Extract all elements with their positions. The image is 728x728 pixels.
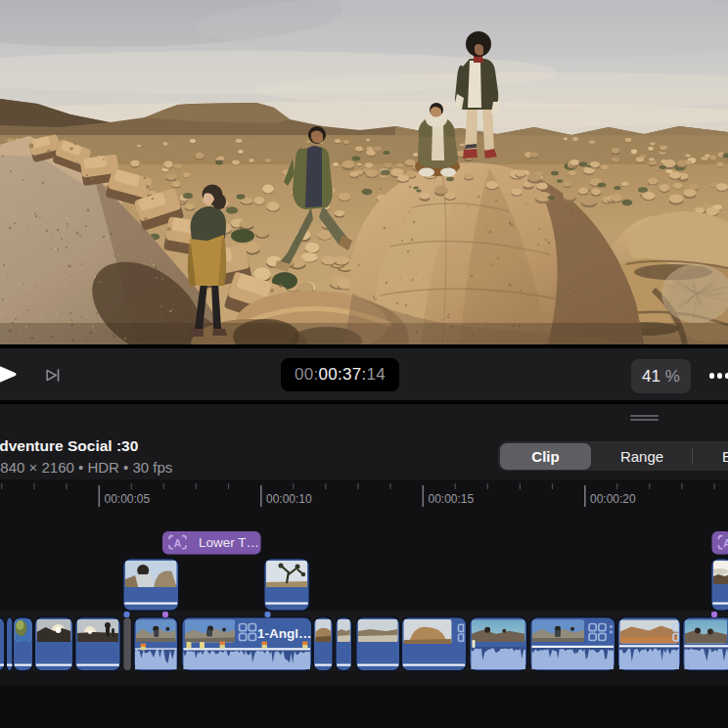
- svg-text:00:00:05: 00:00:05: [105, 492, 151, 506]
- svg-text:00:00:20: 00:00:20: [590, 492, 636, 506]
- svg-text:1-Angl…: 1-Angl…: [257, 626, 312, 641]
- svg-text:Lower T…: Lower T…: [199, 535, 259, 550]
- svg-text:A: A: [174, 537, 182, 549]
- svg-text:A: A: [723, 537, 728, 549]
- svg-text:00:00:15: 00:00:15: [429, 492, 475, 506]
- svg-text:00:00:10: 00:00:10: [266, 492, 312, 506]
